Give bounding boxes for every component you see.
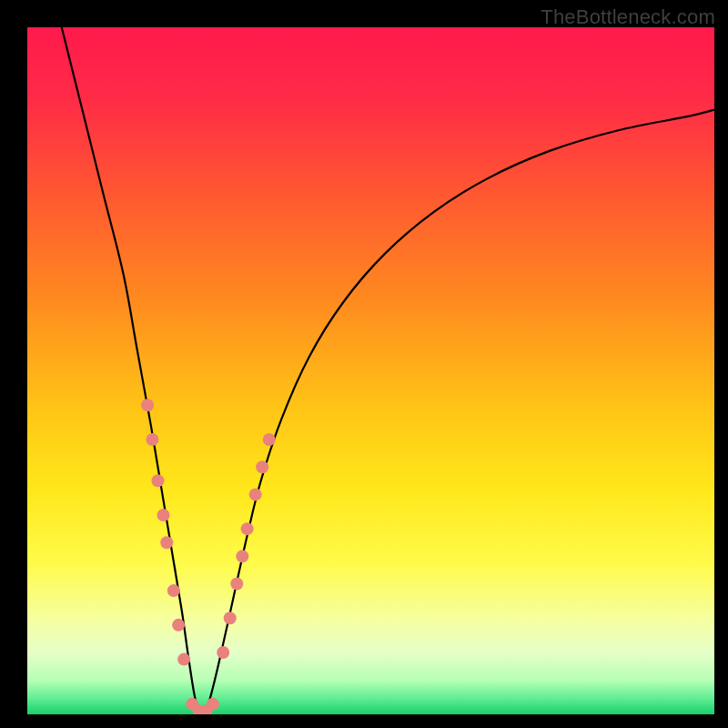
highlight-dot bbox=[217, 646, 229, 659]
gradient-background bbox=[27, 27, 714, 714]
highlight-dot bbox=[146, 433, 158, 446]
highlight-dot bbox=[241, 522, 254, 535]
watermark-text: TheBottleneck.com bbox=[541, 5, 715, 29]
highlight-dot bbox=[249, 488, 262, 500]
chart-svg bbox=[27, 27, 714, 714]
highlight-dot bbox=[141, 399, 154, 411]
highlight-dot bbox=[160, 536, 173, 549]
highlight-dot bbox=[224, 612, 237, 624]
highlight-dot bbox=[157, 509, 169, 521]
highlight-dot bbox=[236, 550, 248, 562]
highlight-dot bbox=[167, 584, 180, 597]
highlight-dot bbox=[172, 619, 185, 632]
chart-frame bbox=[27, 27, 714, 714]
highlight-dot bbox=[230, 578, 243, 591]
highlight-dot bbox=[207, 698, 219, 711]
highlight-dot bbox=[256, 460, 268, 473]
highlight-dot bbox=[151, 474, 164, 487]
highlight-dot bbox=[177, 653, 190, 666]
highlight-dot bbox=[263, 433, 276, 446]
